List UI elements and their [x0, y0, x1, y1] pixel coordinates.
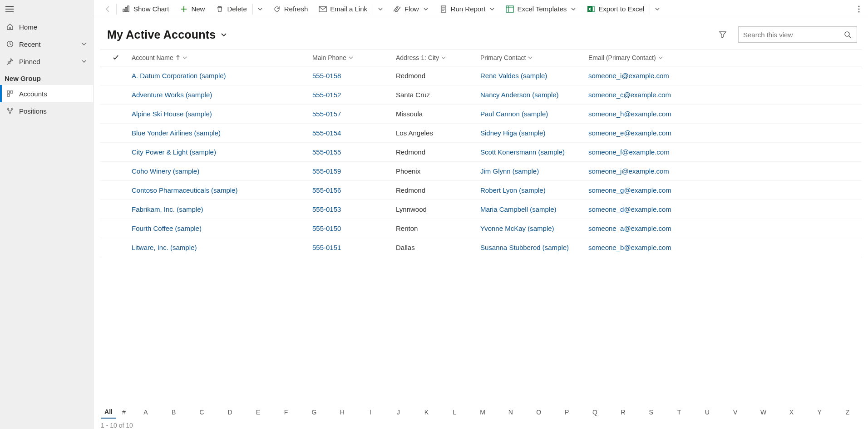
account-name-link[interactable]: Blue Yonder Airlines (sample)	[132, 129, 312, 137]
account-name-link[interactable]: Fabrikam, Inc. (sample)	[132, 205, 312, 213]
table-row[interactable]: Contoso Pharmaceuticals (sample)555-0156…	[100, 181, 862, 200]
alpha-filter-j[interactable]: J	[385, 406, 413, 418]
email-link-dropdown[interactable]	[373, 0, 388, 18]
run-report-button[interactable]: Run Report	[434, 0, 501, 18]
select-all-checkbox[interactable]	[100, 55, 132, 61]
alpha-filter-u[interactable]: U	[693, 406, 721, 418]
alpha-filter-e[interactable]: E	[244, 406, 272, 418]
email-link[interactable]: someone_b@example.com	[588, 244, 862, 251]
table-row[interactable]: Fabrikam, Inc. (sample)555-0153LynnwoodM…	[100, 200, 862, 219]
contact-link[interactable]: Paul Cannon (sample)	[480, 110, 588, 118]
sidebar-item-pinned[interactable]: Pinned	[0, 53, 93, 70]
phone-link[interactable]: 555-0150	[312, 224, 396, 232]
alpha-filter-#[interactable]: #	[116, 406, 132, 418]
phone-link[interactable]: 555-0156	[312, 186, 396, 194]
export-excel-dropdown[interactable]	[650, 0, 665, 18]
sidebar-item-home[interactable]: Home	[0, 18, 93, 35]
table-row[interactable]: Coho Winery (sample)555-0159PhoenixJim G…	[100, 162, 862, 181]
column-header-main-phone[interactable]: Main Phone	[312, 54, 396, 61]
table-row[interactable]: Fourth Coffee (sample)555-0150RentonYvon…	[100, 219, 862, 238]
new-button[interactable]: New	[174, 0, 210, 18]
email-link[interactable]: someone_g@example.com	[588, 186, 862, 194]
alpha-filter-t[interactable]: T	[665, 406, 693, 418]
export-excel-button[interactable]: Export to Excel	[582, 0, 650, 18]
alpha-filter-m[interactable]: M	[469, 406, 497, 418]
email-link[interactable]: someone_c@example.com	[588, 91, 862, 99]
phone-link[interactable]: 555-0159	[312, 167, 396, 175]
table-row[interactable]: A. Datum Corporation (sample)555-0158Red…	[100, 66, 862, 85]
column-header-primary-contact[interactable]: Primary Contact	[480, 54, 588, 61]
account-name-link[interactable]: Contoso Pharmaceuticals (sample)	[132, 186, 312, 194]
contact-link[interactable]: Rene Valdes (sample)	[480, 72, 588, 80]
contact-link[interactable]: Susanna Stubberod (sample)	[480, 244, 588, 251]
hamburger-button[interactable]	[5, 6, 14, 12]
sidebar-item-recent[interactable]: Recent	[0, 35, 93, 53]
filter-button[interactable]	[715, 26, 731, 43]
search-input[interactable]	[743, 31, 841, 39]
alpha-filter-y[interactable]: Y	[805, 406, 833, 418]
alpha-filter-k[interactable]: K	[412, 406, 440, 418]
view-selector-dropdown[interactable]	[218, 29, 229, 40]
table-row[interactable]: Adventure Works (sample)555-0152Santa Cr…	[100, 85, 862, 105]
contact-link[interactable]: Robert Lyon (sample)	[480, 186, 588, 194]
column-header-city[interactable]: Address 1: City	[396, 54, 480, 61]
table-row[interactable]: City Power & Light (sample)555-0155Redmo…	[100, 143, 862, 162]
column-header-email[interactable]: Email (Primary Contact)	[588, 54, 862, 61]
delete-button[interactable]: Delete	[210, 0, 252, 18]
phone-link[interactable]: 555-0155	[312, 148, 396, 156]
contact-link[interactable]: Yvonne McKay (sample)	[480, 224, 588, 232]
search-icon[interactable]	[841, 31, 854, 38]
email-link[interactable]: someone_f@example.com	[588, 148, 862, 156]
email-link[interactable]: someone_e@example.com	[588, 129, 862, 137]
show-chart-button[interactable]: Show Chart	[117, 0, 174, 18]
contact-link[interactable]: Scott Konersmann (sample)	[480, 148, 588, 156]
alpha-filter-i[interactable]: I	[356, 406, 385, 418]
alpha-filter-x[interactable]: X	[777, 406, 805, 418]
contact-link[interactable]: Nancy Anderson (sample)	[480, 91, 588, 99]
table-row[interactable]: Alpine Ski House (sample)555-0157Missoul…	[100, 105, 862, 124]
alpha-filter-h[interactable]: H	[328, 406, 356, 418]
alpha-filter-w[interactable]: W	[750, 406, 778, 418]
excel-templates-button[interactable]: Excel Templates	[500, 0, 582, 18]
alpha-filter-l[interactable]: L	[440, 406, 469, 418]
alpha-filter-r[interactable]: R	[609, 406, 637, 418]
overflow-menu[interactable]	[853, 0, 864, 18]
account-name-link[interactable]: City Power & Light (sample)	[132, 148, 312, 156]
phone-link[interactable]: 555-0154	[312, 129, 396, 137]
flow-button[interactable]: Flow	[388, 0, 434, 18]
phone-link[interactable]: 555-0153	[312, 205, 396, 213]
email-link[interactable]: someone_a@example.com	[588, 224, 862, 232]
sidebar-item-accounts[interactable]: Accounts	[0, 85, 93, 102]
alpha-filter-all[interactable]: All	[101, 406, 116, 419]
account-name-link[interactable]: Adventure Works (sample)	[132, 91, 312, 99]
email-link[interactable]: someone_i@example.com	[588, 72, 862, 80]
alpha-filter-c[interactable]: C	[188, 406, 216, 418]
alpha-filter-q[interactable]: Q	[581, 406, 609, 418]
email-link[interactable]: someone_d@example.com	[588, 205, 862, 213]
table-row[interactable]: Blue Yonder Airlines (sample)555-0154Los…	[100, 124, 862, 143]
phone-link[interactable]: 555-0151	[312, 244, 396, 251]
email-link[interactable]: someone_j@example.com	[588, 167, 862, 175]
account-name-link[interactable]: Fourth Coffee (sample)	[132, 224, 312, 232]
email-link-button[interactable]: Email a Link	[313, 0, 373, 18]
alpha-filter-p[interactable]: P	[553, 406, 581, 418]
account-name-link[interactable]: Coho Winery (sample)	[132, 167, 312, 175]
email-link[interactable]: someone_h@example.com	[588, 110, 862, 118]
alpha-filter-d[interactable]: D	[216, 406, 244, 418]
phone-link[interactable]: 555-0157	[312, 110, 396, 118]
back-button[interactable]	[100, 0, 116, 18]
account-name-link[interactable]: A. Datum Corporation (sample)	[132, 72, 312, 80]
contact-link[interactable]: Sidney Higa (sample)	[480, 129, 588, 137]
alpha-filter-a[interactable]: A	[132, 406, 160, 418]
contact-link[interactable]: Jim Glynn (sample)	[480, 167, 588, 175]
alpha-filter-f[interactable]: F	[272, 406, 300, 418]
sidebar-item-positions[interactable]: Positions	[0, 102, 93, 120]
account-name-link[interactable]: Litware, Inc. (sample)	[132, 244, 312, 251]
delete-dropdown[interactable]	[253, 0, 267, 18]
search-box[interactable]	[738, 26, 857, 43]
account-name-link[interactable]: Alpine Ski House (sample)	[132, 110, 312, 118]
contact-link[interactable]: Maria Campbell (sample)	[480, 205, 588, 213]
table-row[interactable]: Litware, Inc. (sample)555-0151DallasSusa…	[100, 238, 862, 257]
alpha-filter-v[interactable]: V	[721, 406, 750, 418]
column-header-account-name[interactable]: Account Name	[132, 54, 312, 61]
